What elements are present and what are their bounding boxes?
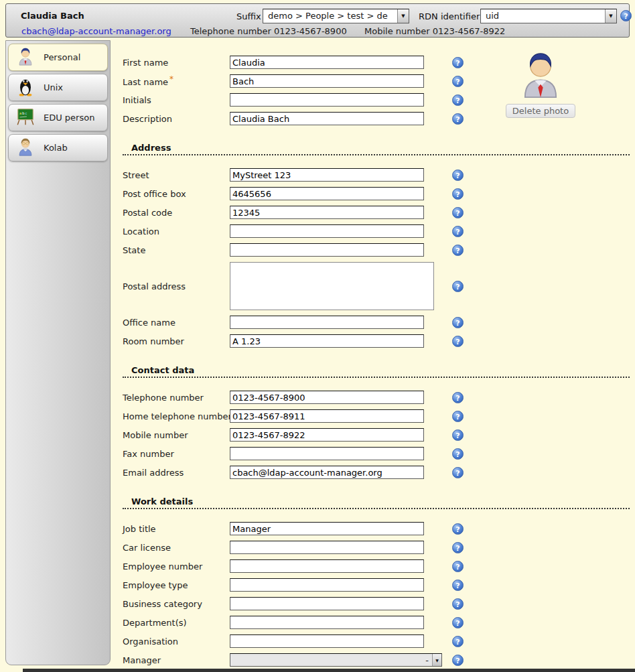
chevron-down-icon: ▼ bbox=[432, 654, 441, 666]
email-address-label: Email address bbox=[123, 468, 230, 478]
telephone-summary-value: 0123-4567-8900 bbox=[274, 26, 347, 36]
help-icon[interactable]: ? bbox=[452, 580, 464, 591]
department-s-input[interactable] bbox=[230, 616, 424, 629]
post-office-box-label: Post office box bbox=[123, 189, 230, 199]
help-icon[interactable]: ? bbox=[452, 467, 464, 478]
section-header-address: Address bbox=[123, 143, 630, 155]
postal-code-input[interactable] bbox=[230, 206, 424, 219]
help-icon[interactable]: ? bbox=[452, 617, 464, 628]
form-row-job-title: Job title? bbox=[111, 522, 635, 535]
employee-type-input[interactable] bbox=[230, 578, 424, 592]
employee-number-input[interactable] bbox=[230, 559, 424, 573]
manager-label: Manager bbox=[123, 655, 230, 665]
first-name-input[interactable] bbox=[230, 56, 424, 69]
room-number-label: Room number bbox=[123, 336, 230, 346]
help-icon[interactable]: ? bbox=[452, 170, 464, 181]
mobile-summary-value: 0123-4567-8922 bbox=[433, 26, 506, 36]
organisation-label: Organisation bbox=[123, 636, 230, 647]
job-title-input[interactable] bbox=[230, 522, 424, 535]
state-label: State bbox=[123, 245, 230, 255]
mobile-number-input[interactable] bbox=[230, 428, 424, 442]
state-input[interactable] bbox=[230, 243, 424, 257]
person-icon bbox=[15, 46, 36, 68]
required-asterisk: * bbox=[169, 74, 173, 84]
form-row-postal-code: Postal code? bbox=[111, 206, 635, 219]
location-input[interactable] bbox=[230, 224, 424, 238]
form-row-location: Location? bbox=[111, 224, 635, 238]
post-office-box-input[interactable] bbox=[230, 187, 424, 200]
initials-input[interactable] bbox=[230, 93, 424, 107]
mobile-summary: Mobile number 0123-4567-8922 bbox=[364, 26, 505, 36]
form-row-home-telephone-number: Home telephone number? bbox=[111, 409, 635, 423]
help-icon[interactable]: ? bbox=[452, 76, 464, 87]
tab-personal[interactable]: Personal bbox=[8, 44, 108, 71]
help-icon[interactable]: ? bbox=[452, 411, 464, 422]
delete-photo-button[interactable]: Delete photo bbox=[506, 104, 575, 118]
help-icon[interactable]: ? bbox=[452, 188, 464, 200]
office-name-input[interactable] bbox=[230, 316, 424, 329]
room-number-input[interactable] bbox=[230, 334, 424, 348]
telephone-number-input[interactable] bbox=[230, 391, 424, 404]
suffix-select[interactable]: demo > People > test > de ▼ bbox=[263, 9, 409, 23]
help-icon[interactable]: ? bbox=[452, 113, 464, 125]
help-icon[interactable]: ? bbox=[452, 281, 464, 292]
tab-kolab[interactable]: Kolab bbox=[8, 134, 108, 161]
form-row-department-s: Department(s)? bbox=[111, 616, 635, 629]
employee-number-label: Employee number bbox=[123, 561, 230, 572]
suffix-select-value: demo > People > test > de bbox=[263, 9, 397, 23]
help-icon[interactable]: ? bbox=[452, 448, 464, 460]
rdn-select-value: uid bbox=[481, 9, 605, 23]
help-icon[interactable]: ? bbox=[452, 598, 464, 610]
help-icon[interactable]: ? bbox=[452, 429, 464, 441]
tab-edu-person-label: EDU person bbox=[44, 113, 94, 123]
svg-text:b: b bbox=[22, 111, 24, 115]
help-icon[interactable]: ? bbox=[452, 336, 464, 347]
form-row-office-name: Office name? bbox=[111, 316, 635, 329]
footer-divider bbox=[23, 669, 635, 672]
business-category-input[interactable] bbox=[230, 597, 424, 610]
help-icon[interactable]: ? bbox=[452, 226, 464, 237]
rdn-identifier-select[interactable]: uid ▼ bbox=[480, 9, 617, 23]
job-title-label: Job title bbox=[123, 524, 230, 534]
section-header-work-details: Work details bbox=[123, 496, 630, 509]
help-icon[interactable]: ? bbox=[452, 392, 464, 403]
tab-edu-person[interactable]: a b c EDU person bbox=[8, 104, 108, 131]
help-icon[interactable]: ? bbox=[620, 10, 632, 21]
kolab-person-icon bbox=[15, 137, 36, 159]
telephone-summary: Telephone number 0123-4567-8900 bbox=[190, 26, 347, 36]
mobile-number-label: Mobile number bbox=[123, 430, 230, 440]
location-label: Location bbox=[123, 226, 230, 237]
email-address-input[interactable] bbox=[230, 466, 424, 479]
help-icon[interactable]: ? bbox=[452, 245, 464, 256]
form-row-telephone-number: Telephone number? bbox=[111, 391, 635, 404]
last-name-input[interactable] bbox=[230, 74, 424, 88]
tab-unix[interactable]: Unix bbox=[8, 74, 108, 101]
form-row-business-category: Business category? bbox=[111, 597, 635, 610]
tab-kolab-label: Kolab bbox=[44, 143, 68, 153]
help-icon[interactable]: ? bbox=[452, 523, 464, 535]
form-row-street: Street? bbox=[111, 168, 635, 182]
car-license-input[interactable] bbox=[230, 541, 424, 554]
organisation-input[interactable] bbox=[230, 634, 424, 648]
description-input[interactable] bbox=[230, 112, 424, 125]
help-icon[interactable]: ? bbox=[452, 57, 464, 68]
fax-number-input[interactable] bbox=[230, 447, 424, 460]
street-input[interactable] bbox=[230, 168, 424, 182]
help-icon[interactable]: ? bbox=[452, 636, 464, 647]
tab-unix-label: Unix bbox=[44, 82, 63, 92]
help-icon[interactable]: ? bbox=[452, 317, 464, 328]
help-icon[interactable]: ? bbox=[452, 94, 464, 106]
form-row-car-license: Car license? bbox=[111, 541, 635, 554]
postal-address-textarea[interactable] bbox=[230, 262, 434, 310]
home-telephone-number-input[interactable] bbox=[230, 409, 424, 423]
help-icon[interactable]: ? bbox=[452, 561, 464, 572]
help-icon[interactable]: ? bbox=[452, 207, 464, 218]
personal-form: First name?Last name*?Initials?Descripti… bbox=[111, 40, 635, 672]
email-link[interactable]: cbach@ldap-account-manager.org bbox=[21, 26, 171, 36]
help-icon[interactable]: ? bbox=[452, 542, 464, 553]
help-icon[interactable]: ? bbox=[452, 655, 464, 666]
form-row-fax-number: Fax number? bbox=[111, 447, 635, 460]
form-row-room-number: Room number? bbox=[111, 334, 635, 348]
business-category-label: Business category bbox=[123, 599, 230, 609]
manager-select[interactable]: -▼ bbox=[230, 653, 442, 667]
